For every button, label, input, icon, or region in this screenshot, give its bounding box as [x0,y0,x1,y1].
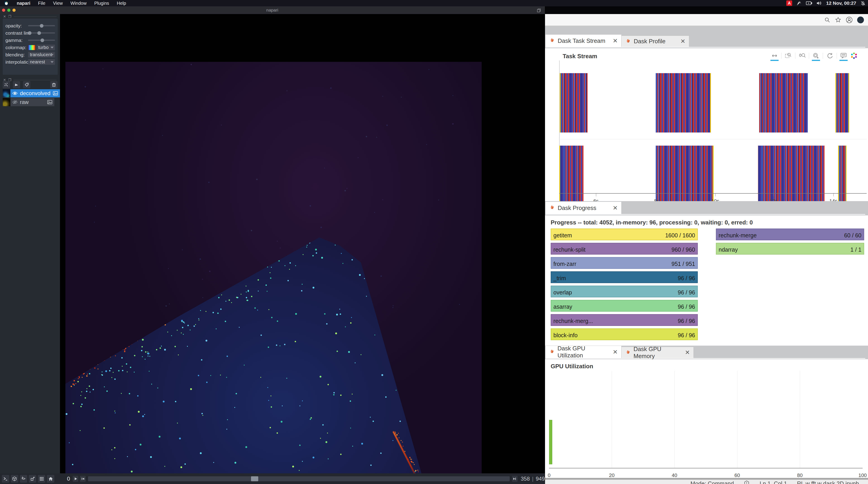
close-tab-icon[interactable]: ✕ [680,38,685,45]
hover-tool-icon[interactable] [840,52,847,60]
tab-dask-progress[interactable]: Dask Progress ✕ [546,202,621,214]
close-tab-icon[interactable]: ✕ [685,349,690,356]
delete-layer-button[interactable] [50,81,58,88]
desktop: napari File View Window Plugins Help A 1… [0,0,868,484]
gpu-utilization-bar [549,420,552,464]
zoom-in-tool-icon[interactable] [812,52,819,60]
close-tab-icon[interactable]: ✕ [613,348,618,355]
frame-forward-button[interactable] [512,476,518,482]
bokeh-logo-icon[interactable] [850,52,858,60]
top-spacer [545,6,868,14]
user-icon[interactable] [846,17,852,23]
volume-icon[interactable] [816,1,822,6]
chevron-down-icon [51,54,54,56]
task-stream-title: Task Stream [563,53,597,60]
menu-app-name[interactable]: napari [17,1,30,6]
visibility-on-icon[interactable] [12,91,18,95]
close-tab-icon[interactable]: ✕ [613,204,618,211]
dask-logo-icon [549,38,555,44]
star-icon[interactable] [835,17,841,23]
menu-item-view[interactable]: View [53,1,63,6]
gpu-tabbar: Dask GPU Utilization ✕ Dask GPU Memory ✕ [546,346,865,359]
viewer-canvas[interactable] [60,14,545,480]
window-title: napari [0,8,545,13]
system-menu-bar: napari File View Window Plugins Help A 1… [0,0,868,6]
ndisplay-toggle-button[interactable] [11,475,18,483]
interpolation-dropdown[interactable]: nearest [28,59,55,65]
background-speckles [65,62,66,63]
add-points-layer-button[interactable] [3,81,10,88]
layer-name: deconvolved [20,90,51,96]
blending-control: blending: translucent [5,52,55,58]
dims-bar: 0 358|949 [0,473,545,484]
bell-icon[interactable] [744,480,750,484]
opacity-slider[interactable] [28,25,55,26]
tab-dask-gpu-memory[interactable]: Dask GPU Memory ✕ [621,347,694,358]
x-tick-label: 12s [770,198,777,201]
napari-logo-icon [4,0,9,6]
layer-row-raw[interactable]: raw [3,98,54,106]
progress-bar-asarray: asarray96 / 96 [551,300,698,312]
wheel-zoom-tool-icon[interactable] [799,52,806,60]
notebook-name[interactable]: RL w fft w dask 2D.ipynb [797,480,859,484]
tab-dask-profile[interactable]: Dask Profile ✕ [621,35,689,47]
layer-row-deconvolved[interactable]: deconvolved [3,89,54,97]
task-burst [835,73,849,133]
reset-tool-icon[interactable] [826,52,833,60]
network-plug-icon[interactable] [796,0,802,6]
roll-dimensions-button[interactable] [20,475,27,483]
contrast-slider[interactable] [28,32,55,33]
grid-view-button[interactable] [38,475,45,483]
pan-tool-icon[interactable] [771,52,778,60]
home-reset-view-button[interactable] [47,475,54,483]
menu-item-help[interactable]: Help [117,1,126,6]
menu-item-plugins[interactable]: Plugins [94,1,109,6]
task-burst [656,146,714,201]
frame-back-button[interactable] [80,476,86,482]
close-tab-icon[interactable]: ✕ [613,37,618,45]
progress-bar-rechunk-merg: rechunk-merg...96 / 96 [551,314,698,326]
search-icon[interactable] [824,17,830,23]
dock-header-controls[interactable]: ✕❐ [3,15,57,19]
chevron-down-icon [51,61,54,63]
layer-buttons [3,81,30,88]
tab-dask-gpu-utilization[interactable]: Dask GPU Utilization ✕ [546,346,621,358]
x-tick-label: 6s [593,198,598,201]
task-stream-plot[interactable]: 6s 8s 10s 12s 14s [559,60,867,193]
profile-avatar[interactable] [857,17,864,23]
notifications-off-icon[interactable] [860,0,866,6]
blending-dropdown[interactable]: translucent [28,52,55,58]
microscopy-image [65,62,482,480]
dims-position-readout: 358|949 [521,476,545,482]
dims-slider-handle[interactable] [251,476,258,481]
opacity-label: opacity: [5,23,28,29]
menu-item-window[interactable]: Window [70,1,87,6]
visibility-off-icon[interactable] [12,100,18,104]
gpu-utilization-plot[interactable]: 0 20 40 60 80 100 [549,371,863,468]
menu-item-file[interactable]: File [38,1,45,6]
gamma-slider[interactable] [28,40,55,41]
box-zoom-tool-icon[interactable] [785,52,792,60]
console-button[interactable] [2,475,9,483]
tab-dask-task-stream[interactable]: Dask Task Stream ✕ [546,35,621,47]
dims-slider[interactable] [88,476,510,481]
window-restore-icon[interactable] [537,8,541,12]
battery-icon[interactable] [806,1,812,6]
keyboard-layout-indicator[interactable]: A [786,0,792,6]
x-tick-label: 0 [548,473,551,478]
dask-dashboard-area: Dask Task Stream ✕ Dask Profile ✕ Task S… [545,6,868,484]
x-tick-label: 10s [711,198,719,201]
task-burst [560,73,588,133]
napari-titlebar: napari [0,6,545,14]
layer-name: raw [20,99,29,105]
clock[interactable]: 12 Nov, 00:27 [826,0,856,6]
add-labels-layer-button[interactable] [23,81,30,88]
dock-close-icon[interactable]: ✕ [3,15,6,19]
play-button[interactable] [73,476,78,482]
progress-summary: Progress -- total: 4052, in-memory: 96, … [551,219,753,226]
dock-float-icon[interactable]: ❐ [8,15,11,19]
add-shapes-layer-button[interactable] [13,81,20,88]
divider [545,478,868,480]
colormap-dropdown[interactable]: turbo [36,45,55,50]
transpose-dimensions-button[interactable] [29,475,36,483]
